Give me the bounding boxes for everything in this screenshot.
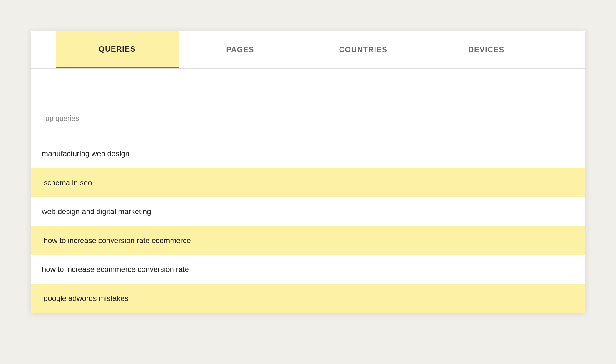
tab-label: QUERIES bbox=[99, 45, 136, 53]
query-text: web design and digital marketing bbox=[42, 207, 151, 216]
tab-queries[interactable]: QUERIES bbox=[56, 31, 179, 68]
search-console-panel: QUERIES PAGES COUNTRIES DEVICES Top quer… bbox=[31, 31, 585, 313]
tab-label: DEVICES bbox=[468, 45, 504, 54]
query-text: how to increase conversion rate ecommerc… bbox=[44, 236, 191, 245]
query-row[interactable]: google adwords mistakes bbox=[31, 284, 585, 313]
query-row[interactable]: how to increase conversion rate ecommerc… bbox=[31, 226, 585, 255]
section-header: Top queries bbox=[31, 98, 585, 139]
query-row[interactable]: how to increase ecommerce conversion rat… bbox=[31, 255, 585, 284]
query-text: google adwords mistakes bbox=[44, 294, 128, 303]
tab-pages[interactable]: PAGES bbox=[179, 31, 302, 68]
query-text: schema in seo bbox=[44, 178, 92, 187]
tab-label: PAGES bbox=[226, 45, 254, 54]
tab-countries[interactable]: COUNTRIES bbox=[302, 31, 425, 68]
tab-bar: QUERIES PAGES COUNTRIES DEVICES bbox=[31, 31, 585, 69]
query-row[interactable]: manufacturing web design bbox=[31, 139, 585, 168]
query-row[interactable]: web design and digital marketing bbox=[31, 197, 585, 226]
query-row[interactable]: schema in seo bbox=[31, 168, 585, 197]
section-title: Top queries bbox=[42, 114, 79, 123]
query-text: manufacturing web design bbox=[42, 149, 129, 158]
spacer-row bbox=[31, 69, 585, 98]
tab-devices[interactable]: DEVICES bbox=[425, 31, 548, 68]
tab-label: COUNTRIES bbox=[339, 45, 388, 54]
query-text: how to increase ecommerce conversion rat… bbox=[42, 265, 189, 274]
